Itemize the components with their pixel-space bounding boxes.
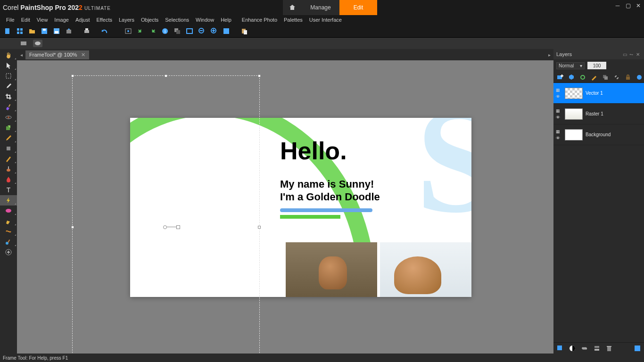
menu-file[interactable]: File (3, 16, 18, 24)
lighten-darken-tool[interactable] (0, 154, 17, 164)
fit-screen-button[interactable] (185, 26, 194, 36)
menu-selections[interactable]: Selections (162, 16, 192, 24)
layer-thumbnail[interactable] (565, 129, 583, 140)
undo-button[interactable] (100, 26, 109, 36)
tab-scroll-right[interactable]: ▸ (545, 49, 553, 60)
tab-manage[interactable]: Manage (302, 0, 339, 15)
panel-undock-button[interactable]: ▭ (621, 51, 628, 58)
new-file-button[interactable] (3, 26, 12, 36)
pen-tool[interactable] (0, 216, 17, 226)
show-all-button[interactable] (581, 345, 588, 352)
handle-top-right[interactable] (258, 74, 261, 77)
handle-mid-left[interactable] (71, 226, 74, 229)
layer-type-icon[interactable]: ▦ (556, 129, 561, 134)
screenshot-button[interactable] (124, 26, 133, 36)
handle-top-left[interactable] (71, 74, 74, 77)
menu-effects[interactable]: Effects (93, 16, 116, 24)
scratch-remover-tool[interactable] (0, 133, 17, 143)
new-adjustment-button[interactable] (579, 74, 586, 81)
panel-close-button[interactable]: ✕ (635, 51, 641, 58)
oil-brush-tool[interactable] (0, 237, 17, 247)
layer-thumbnail[interactable] (565, 108, 583, 120)
add-tool-button[interactable] (0, 247, 17, 257)
layer-thumbnail[interactable] (565, 88, 583, 99)
layer-styles-button[interactable] (590, 74, 598, 81)
tab-edit[interactable]: Edit (339, 0, 377, 15)
layer-row-vector1[interactable]: ▦👁 Vector 1 (553, 83, 644, 104)
zoom-in-button[interactable] (209, 26, 219, 36)
close-button[interactable]: ✕ (635, 2, 642, 9)
blend-mode-select[interactable]: Normal▾ (556, 62, 585, 69)
layer-type-icon[interactable]: ▦ (556, 108, 561, 113)
menu-palettes[interactable]: Palettes (281, 16, 306, 24)
minimize-button[interactable]: ─ (614, 2, 621, 9)
merge-down-button[interactable] (593, 345, 601, 352)
menu-window[interactable]: Window (192, 16, 217, 24)
paint-brush-tool[interactable] (0, 102, 17, 112)
link-layers-button[interactable] (613, 74, 620, 81)
edit-selection-button[interactable] (556, 345, 564, 352)
tab-home[interactable] (283, 0, 302, 15)
resize-button[interactable] (173, 26, 182, 36)
menu-image[interactable]: Image (51, 16, 72, 24)
handle-top-mid[interactable] (165, 74, 167, 77)
crop-tool[interactable] (0, 91, 17, 102)
layer-visibility-icon[interactable]: 👁 (556, 94, 561, 99)
menu-layers[interactable]: Layers (116, 16, 138, 24)
redo-step-button[interactable] (148, 26, 157, 36)
color-changer-tool[interactable] (0, 174, 17, 185)
menu-enhance-photo[interactable]: Enhance Photo (239, 16, 281, 24)
open-file-button[interactable] (27, 26, 37, 36)
menu-objects[interactable]: Objects (138, 16, 162, 24)
layer-type-icon[interactable]: ▦ (556, 88, 561, 92)
invert-button[interactable] (569, 345, 576, 352)
share-button[interactable] (64, 26, 74, 36)
document-tab[interactable]: FrameTool* @ 100% ✕ (25, 50, 89, 59)
menu-user-interface[interactable]: User Interface (306, 16, 345, 24)
selection-tool[interactable] (0, 71, 17, 81)
document-tab-close[interactable]: ✕ (81, 52, 85, 58)
delete-layer-button[interactable] (605, 345, 613, 352)
menu-edit[interactable]: Edit (18, 16, 33, 24)
menu-view[interactable]: View (33, 16, 51, 24)
layer-effects-button[interactable] (636, 74, 643, 81)
image-info-button[interactable]: i (160, 26, 170, 36)
layer-visibility-icon[interactable]: 👁 (556, 136, 561, 140)
preferences-button[interactable] (634, 345, 641, 352)
frame-ellipse-option[interactable] (33, 40, 42, 47)
full-screen-button[interactable] (222, 26, 231, 36)
smudge-tool[interactable] (0, 164, 17, 174)
frame-tool[interactable] (0, 195, 17, 206)
fill-tool[interactable] (0, 143, 17, 154)
pick-tool[interactable] (0, 60, 17, 71)
canvas-viewport[interactable]: S Hello. My name is Sunny! I'm a Golden … (17, 60, 553, 354)
frame-rect-option[interactable] (19, 40, 28, 47)
paste-button[interactable] (239, 26, 249, 36)
maximize-button[interactable]: ▢ (624, 2, 632, 9)
new-layer-button[interactable] (556, 74, 564, 81)
save-button[interactable] (40, 26, 49, 36)
layer-row-background[interactable]: ▦👁 Background (553, 124, 644, 145)
menu-adjust[interactable]: Adjust (72, 16, 93, 24)
pan-tool[interactable] (0, 50, 17, 60)
red-eye-tool[interactable] (0, 112, 17, 123)
text-tool[interactable]: T (0, 185, 17, 195)
layer-opacity-input[interactable]: 100 (587, 62, 606, 69)
warp-brush-tool[interactable] (0, 226, 17, 237)
clone-tool[interactable] (0, 123, 17, 133)
new-mask-button[interactable] (568, 74, 575, 81)
zoom-out-button[interactable] (197, 26, 206, 36)
save-as-button[interactable] (52, 26, 61, 36)
dropper-tool[interactable] (0, 81, 17, 91)
undo-step-button[interactable] (136, 26, 145, 36)
shape-tool[interactable] (0, 206, 17, 216)
print-button[interactable] (82, 26, 91, 36)
tab-scroll-left[interactable]: ◂ (17, 49, 25, 60)
duplicate-layer-button[interactable] (602, 74, 609, 81)
panel-pin-button[interactable]: ⥊ (628, 51, 635, 58)
tiled-windows-button[interactable] (15, 26, 25, 36)
layer-row-raster1[interactable]: ▦👁 Raster 1 (553, 104, 644, 124)
menu-help[interactable]: Help (217, 16, 235, 24)
layer-visibility-icon[interactable]: 👁 (556, 115, 561, 120)
lock-layer-button[interactable] (624, 74, 632, 81)
